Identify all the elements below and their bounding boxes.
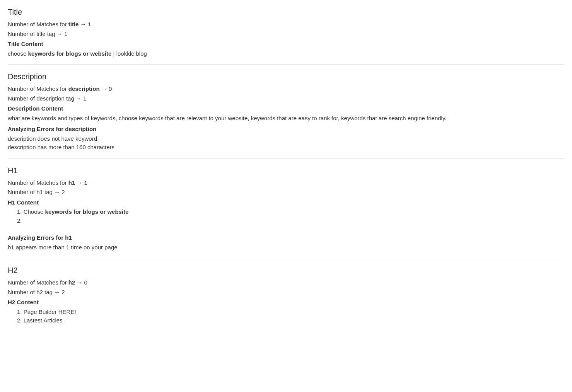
title-content-label: Title Content [8,40,564,49]
description-error-label: Analyzing Errors for description [8,125,564,134]
h1-section: H1 Number of Matches for h1 → 1 Number o… [8,165,564,252]
h2-content-label: H2 Content [8,298,564,307]
h1-heading: H1 [8,165,564,176]
h2-list-item-1: 1. Page Builder HERE! [17,308,564,317]
h1-divider [8,258,564,258]
h1-list-item-2: 2. [17,216,564,225]
title-content-bold: keywords for blogs or website [28,50,112,57]
title-tag-count-row: Number of title tag → 1 [8,30,564,39]
description-section: Description Number of Matches for descri… [8,71,564,152]
h1-content-label: H1 Content [8,198,564,207]
h2-tag-count-row: Number of h2 tag → 2 [8,288,564,297]
description-matches-tag: description [68,85,100,92]
description-tag-count-row: Number of description tag → 1 [8,94,564,103]
h1-matches-tag: h1 [68,179,75,186]
description-matches-row: Number of Matches for description → 0 [8,85,564,94]
description-error-1: description does not have keyword [8,135,564,143]
description-heading: Description [8,71,564,82]
title-heading: Title [8,6,564,18]
description-error-2: description has more than 160 characters [8,143,564,152]
title-matches-row: Number of Matches for title → 1 [8,20,564,29]
title-matches-tag: title [68,21,79,27]
description-divider [8,158,564,159]
h2-heading: H2 [8,264,564,276]
h1-matches-row: Number of Matches for h1 → 1 [8,179,564,187]
title-section: Title Number of Matches for title → 1 Nu… [8,6,564,58]
h2-section: H2 Number of Matches for h2 → 0 Number o… [8,264,564,325]
h2-matches-row: Number of Matches for h2 → 0 [8,278,564,287]
h1-error-1: h1 appears more than 1 time on your page [8,243,564,252]
title-divider [8,64,564,65]
h1-list-item-1-bold: keywords for blogs or website [45,208,129,215]
h1-tag-count-row: Number of h1 tag → 2 [8,188,564,197]
h1-error-label: Analyzing Errors for h1 [8,233,564,242]
h1-list-item-1: 1. Choose keywords for blogs or website [17,208,564,216]
title-content-text: choose keywords for blogs or website | l… [8,49,564,58]
h2-matches-tag: h2 [68,279,75,286]
h2-list-item-2: 2. Lastest Articles [17,316,564,325]
description-content-text: what are keywords and types of keywords,… [8,114,564,123]
description-content-label: Description Content [8,104,564,113]
